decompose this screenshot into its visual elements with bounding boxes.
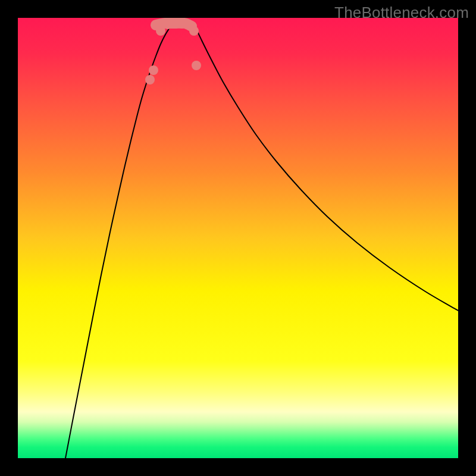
curves-layer	[18, 18, 458, 458]
chart-frame: TheBottleneck.com	[0, 0, 476, 476]
series-left-curve	[65, 27, 170, 458]
plot-area	[18, 18, 458, 458]
marker-valley-markers	[192, 61, 201, 70]
marker-valley-markers	[145, 75, 155, 84]
series-valley-band	[156, 23, 192, 26]
series-right-curve	[195, 27, 458, 311]
marker-valley-markers	[149, 65, 158, 75]
watermark-text: TheBottleneck.com	[334, 4, 469, 22]
